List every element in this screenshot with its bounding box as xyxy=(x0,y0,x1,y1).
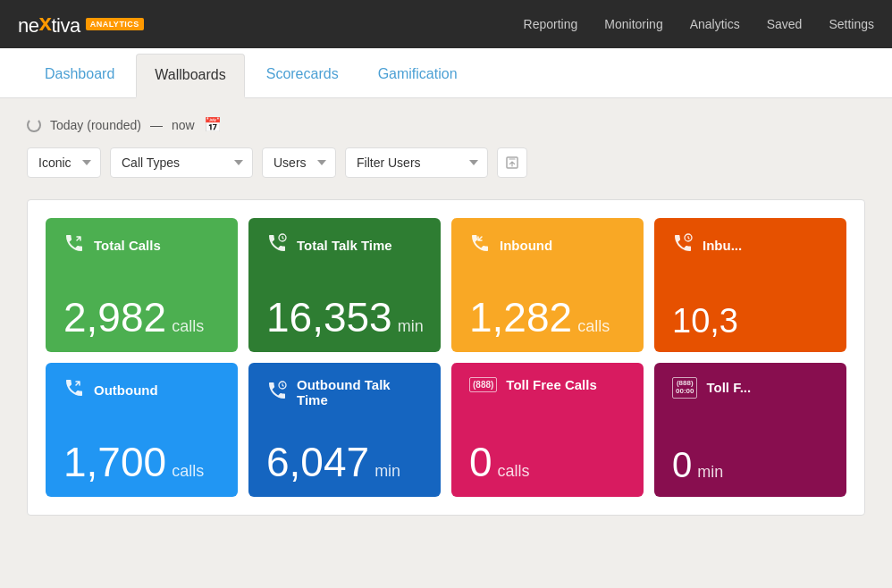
call-types-filter[interactable]: Call Types xyxy=(110,147,253,178)
phone-outbound-clock-icon xyxy=(266,380,288,406)
card-total-calls-value-row: 2,982 calls xyxy=(63,297,220,338)
card-outbound-talk-value-row: 6,047 min xyxy=(266,441,423,483)
card-toll-free-talk-value-row: 0 min xyxy=(672,447,829,483)
phone-inbound-clock-icon xyxy=(672,232,694,258)
card-outbound-header: Outbound xyxy=(63,377,220,403)
card-total-calls-title: Total Calls xyxy=(94,238,161,253)
filter-users-select[interactable]: Filter Users xyxy=(345,147,488,178)
card-toll-free-talk-value: 0 xyxy=(672,447,692,483)
nav-reporting[interactable]: Reporting xyxy=(524,17,578,31)
card-inbound-talk-value-row: 10,3 xyxy=(672,304,829,338)
card-toll-free-title: Toll Free Calls xyxy=(506,377,596,392)
time-separator: — xyxy=(150,118,163,132)
card-outbound-talk-title: Outbound Talk Time xyxy=(297,377,423,407)
tabs-bar: Dashboard Wallboards Scorecards Gamifica… xyxy=(0,48,892,98)
time-filter-text: Today (rounded) xyxy=(50,118,141,132)
card-total-talk-header: Total Talk Time xyxy=(266,232,423,258)
card-total-talk: Total Talk Time 16,353 min xyxy=(248,218,441,352)
nav-saved[interactable]: Saved xyxy=(767,17,803,31)
cards-container: Total Calls 2,982 calls Total Talk Time … xyxy=(27,199,865,516)
card-toll-free-talk-title: Toll F... xyxy=(706,380,751,395)
tab-dashboard[interactable]: Dashboard xyxy=(27,54,132,97)
card-inbound-value-row: 1,282 calls xyxy=(469,297,626,338)
toll-free-clock-icon: (888)00:00 xyxy=(672,377,697,399)
nav-analytics[interactable]: Analytics xyxy=(690,17,740,31)
phone-inbound-icon xyxy=(469,232,491,258)
card-toll-free-talk-header: (888)00:00 Toll F... xyxy=(672,377,829,399)
card-total-talk-title: Total Talk Time xyxy=(297,238,392,253)
card-outbound: Outbound 1,700 calls xyxy=(46,363,238,497)
export-icon xyxy=(506,156,518,169)
nav-links: Reporting Monitoring Analytics Saved Set… xyxy=(524,17,874,31)
calendar-icon[interactable]: 📅 xyxy=(204,116,222,133)
time-filter-row: Today (rounded) — now 📅 xyxy=(27,116,865,133)
card-outbound-unit: calls xyxy=(172,462,204,481)
card-total-calls: Total Calls 2,982 calls xyxy=(46,218,238,352)
card-total-calls-unit: calls xyxy=(172,317,204,336)
filters-row: Iconic Call Types Users Filter Users xyxy=(27,147,865,178)
card-toll-free-talk-unit: min xyxy=(697,463,723,482)
phone-clock-icon xyxy=(266,232,288,258)
card-inbound-talk-header: Inbu... xyxy=(672,232,829,258)
logo: nextiva ANALYTICS xyxy=(18,11,144,38)
refresh-icon[interactable] xyxy=(27,118,41,132)
card-inbound-title: Inbound xyxy=(500,238,552,253)
toll-free-icon: (888) xyxy=(469,377,497,392)
phone-outbound-icon xyxy=(63,377,85,403)
card-outbound-talk-header: Outbound Talk Time xyxy=(266,377,423,407)
card-inbound-talk-title: Inbu... xyxy=(703,238,742,253)
users-filter[interactable]: Users xyxy=(262,147,336,178)
card-total-talk-unit: min xyxy=(398,317,424,336)
card-inbound-value: 1,282 xyxy=(469,297,572,338)
card-outbound-talk-value: 6,047 xyxy=(266,441,369,483)
card-inbound-talk-value: 10,3 xyxy=(672,304,738,338)
card-inbound-header: Inbound xyxy=(469,232,626,258)
card-outbound-talk: Outbound Talk Time 6,047 min xyxy=(248,363,441,497)
card-inbound-unit: calls xyxy=(577,317,610,336)
card-total-calls-value: 2,982 xyxy=(63,297,166,338)
tab-gamification[interactable]: Gamification xyxy=(360,54,475,97)
card-outbound-value-row: 1,700 calls xyxy=(63,441,220,483)
card-outbound-title: Outbound xyxy=(94,382,158,398)
logo-dot: x xyxy=(38,9,51,36)
time-range: now xyxy=(172,118,195,132)
card-toll-free-value-row: 0 calls xyxy=(469,441,626,483)
tab-wallboards[interactable]: Wallboards xyxy=(136,54,244,98)
card-toll-free-unit: calls xyxy=(498,462,530,481)
nav-monitoring[interactable]: Monitoring xyxy=(604,17,662,31)
view-filter[interactable]: Iconic xyxy=(27,147,101,178)
phone-incoming-icon xyxy=(63,232,85,258)
card-toll-free-talk: (888)00:00 Toll F... 0 min xyxy=(654,363,846,497)
main-content: Today (rounded) — now 📅 Iconic Call Type… xyxy=(0,98,892,533)
nav-settings[interactable]: Settings xyxy=(829,17,874,31)
card-outbound-talk-unit: min xyxy=(374,462,400,481)
card-toll-free: (888) Toll Free Calls 0 calls xyxy=(451,363,644,497)
card-outbound-value: 1,700 xyxy=(63,441,166,483)
card-total-calls-header: Total Calls xyxy=(63,232,220,258)
logo-text: nextiva xyxy=(18,11,80,38)
card-total-talk-value: 16,353 xyxy=(266,297,392,338)
card-toll-free-header: (888) Toll Free Calls xyxy=(469,377,626,392)
cards-grid: Total Calls 2,982 calls Total Talk Time … xyxy=(46,218,846,497)
tab-scorecards[interactable]: Scorecards xyxy=(248,54,357,97)
navbar: nextiva ANALYTICS Reporting Monitoring A… xyxy=(0,0,892,48)
card-toll-free-value: 0 xyxy=(469,441,492,483)
card-inbound: Inbound 1,282 calls xyxy=(451,218,644,352)
analytics-badge: ANALYTICS xyxy=(86,18,144,30)
card-inbound-talk: Inbu... 10,3 xyxy=(654,218,846,352)
card-total-talk-value-row: 16,353 min xyxy=(266,297,423,338)
export-button[interactable] xyxy=(497,147,527,178)
